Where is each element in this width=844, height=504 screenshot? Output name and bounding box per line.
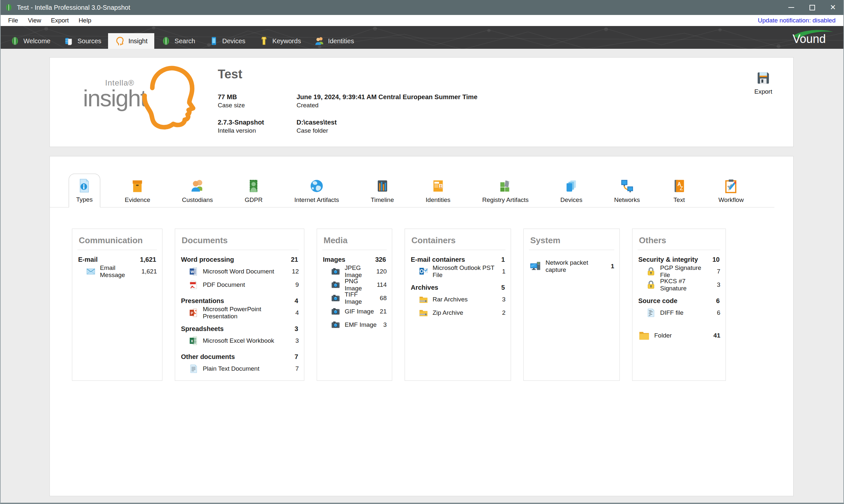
insight-tab-types[interactable]: Types <box>69 174 100 208</box>
insight-tab-internet-artifacts[interactable]: Internet Artifacts <box>287 174 346 208</box>
menu-item-export[interactable]: Export <box>46 15 73 26</box>
item-label: GIF Image <box>345 308 374 315</box>
panel-divider <box>322 250 387 250</box>
menu-items: FileViewExportHelp <box>3 15 96 26</box>
tab-search[interactable]: Search <box>154 33 202 49</box>
item-count: 21 <box>380 308 387 315</box>
row-zip-archive[interactable]: Zip Archive2 <box>410 306 505 319</box>
row-plain-text-document[interactable]: Plain Text Document7 <box>180 362 299 375</box>
row-pkcs-7-signature[interactable]: PKCS #7 Signature3 <box>638 278 720 291</box>
case-fields: 77 MB Case size June 19, 2024, 9:39:41 A… <box>218 93 478 134</box>
head-icon <box>115 36 125 46</box>
powerpoint-icon: P <box>189 308 199 318</box>
svg-text:X: X <box>191 339 193 343</box>
tab-identities[interactable]: Identities <box>308 33 361 49</box>
insight-tab-label: Types <box>76 196 93 203</box>
panel-title: Documents <box>180 233 299 246</box>
created-field: June 19, 2024, 9:39:41 AM Central Europe… <box>296 93 478 109</box>
insight-tab-text[interactable]: AZText <box>665 174 694 208</box>
row-microsoft-powerpoint-presentation[interactable]: PMicrosoft PowerPoint Presentation4 <box>180 306 299 319</box>
row-gif-image[interactable]: GIF Image21 <box>322 305 387 318</box>
textbook-icon: AZ <box>672 179 687 194</box>
item-label: Microsoft Word Document <box>203 268 274 275</box>
padlock-icon <box>646 280 656 290</box>
row-emf-image[interactable]: EMF Image3 <box>322 318 387 331</box>
menu-item-help[interactable]: Help <box>73 15 96 26</box>
group-header-word-processing[interactable]: Word processing21 <box>180 255 299 265</box>
export-button[interactable]: Export <box>747 71 779 95</box>
row-diff-file[interactable]: DIFF file6 <box>638 306 720 319</box>
group-header-spreadsheets[interactable]: Spreadsheets3 <box>180 325 299 334</box>
group-count: 3 <box>295 325 298 332</box>
timeline-icon <box>375 179 390 194</box>
case-header-card: Intella® insight Test 77 MB Case size Ju… <box>50 57 794 147</box>
maximize-button[interactable] <box>802 0 823 15</box>
group-header-source-code[interactable]: Source code6 <box>638 296 720 306</box>
item-label: PKCS #7 Signature <box>660 278 712 292</box>
item-count: 4 <box>295 309 299 317</box>
row-network-packet-capture[interactable]: Network packet capture1 <box>529 258 614 274</box>
insight-tab-label: Devices <box>561 196 583 203</box>
row-email-message[interactable]: Email Message1,621 <box>77 265 157 278</box>
head-profile-icon <box>130 61 200 143</box>
app-window: Test - Intella Professional 3.0-Snapshot… <box>0 0 844 504</box>
insight-tab-evidence[interactable]: Evidence <box>118 174 157 208</box>
item-label: PDF Document <box>203 281 245 288</box>
item-label: DIFF file <box>660 309 684 317</box>
group-archives: Archives5Rar Archives3Zip Archive2 <box>410 283 505 319</box>
svg-text:Vound: Vound <box>793 32 826 46</box>
group-name: Security & integrity <box>638 256 698 264</box>
row-microsoft-excel-workbook[interactable]: XMicrosoft Excel Workbook3 <box>180 334 299 347</box>
row-png-image[interactable]: PNG Image114 <box>322 278 387 291</box>
insight-tab-registry-artifacts[interactable]: Registry Artifacts <box>475 174 536 208</box>
row-rar-archives[interactable]: Rar Archives3 <box>410 293 505 306</box>
item-count: 3 <box>502 296 505 303</box>
group-header-archives[interactable]: Archives5 <box>410 283 505 293</box>
menu-item-file[interactable]: File <box>3 15 23 26</box>
devices-icon <box>564 179 579 194</box>
group-header-e-mail[interactable]: E-mail1,621 <box>77 255 157 265</box>
group-spreadsheets: Spreadsheets3XMicrosoft Excel Workbook3 <box>180 325 299 347</box>
row-jpeg-image[interactable]: JPEG Image120 <box>322 265 387 278</box>
group-header-e-mail-containers[interactable]: E-mail containers1 <box>410 255 505 265</box>
insight-tab-devices[interactable]: Devices <box>553 174 590 208</box>
item-label: Microsoft PowerPoint Presentation <box>203 306 291 320</box>
item-label: Network packet capture <box>546 259 606 273</box>
item-count: 114 <box>377 281 387 288</box>
insight-tab-gdpr[interactable]: GDPR <box>238 174 270 208</box>
outlook-icon <box>418 267 428 276</box>
group-standalone: Folder41 <box>638 328 720 343</box>
group-header-images[interactable]: Images326 <box>322 255 387 265</box>
row-folder[interactable]: Folder41 <box>638 328 720 343</box>
tab-welcome[interactable]: Welcome <box>3 33 57 49</box>
row-pdf-document[interactable]: PDF Document9 <box>180 278 299 291</box>
panel-divider <box>529 250 614 250</box>
group-header-security-integrity[interactable]: Security & integrity10 <box>638 255 720 265</box>
plaintext-icon <box>189 364 199 374</box>
row-pgp-signature-file[interactable]: PGP Signature File7 <box>638 265 720 278</box>
tab-keywords[interactable]: Keywords <box>252 33 308 49</box>
tab-sources[interactable]: Sources <box>57 33 108 49</box>
tab-devices[interactable]: Devices <box>202 33 252 49</box>
row-tiff-image[interactable]: TIFF Image68 <box>322 291 387 305</box>
insight-tab-identities[interactable]: Identities <box>418 174 458 208</box>
camera-icon <box>331 307 341 317</box>
menu-item-view[interactable]: View <box>23 15 46 26</box>
row-microsoft-word-document[interactable]: WMicrosoft Word Document12 <box>180 265 299 278</box>
group-header-presentations[interactable]: Presentations4 <box>180 296 299 306</box>
group-e-mail: E-mail1,621Email Message1,621 <box>77 255 157 278</box>
insight-tab-workflow[interactable]: Workflow <box>711 174 751 208</box>
insight-tab-custodians[interactable]: Custodians <box>175 174 220 208</box>
row-microsoft-outlook-pst-file[interactable]: Microsoft Outlook PST File1 <box>410 265 505 278</box>
insight-tab-networks[interactable]: Networks <box>607 174 647 208</box>
minimize-button[interactable] <box>781 0 802 15</box>
item-count: 1,621 <box>141 268 157 275</box>
close-button[interactable]: ✕ <box>823 0 843 15</box>
excel-icon: X <box>189 336 199 346</box>
update-notification-link[interactable]: Update notification: disabled <box>758 17 841 24</box>
group-header-other-documents[interactable]: Other documents7 <box>180 353 299 362</box>
group-source-code: Source code6DIFF file6 <box>638 296 720 319</box>
svg-text:Z: Z <box>679 186 683 191</box>
insight-tab-timeline[interactable]: Timeline <box>364 174 401 208</box>
tab-insight[interactable]: Insight <box>108 33 154 49</box>
